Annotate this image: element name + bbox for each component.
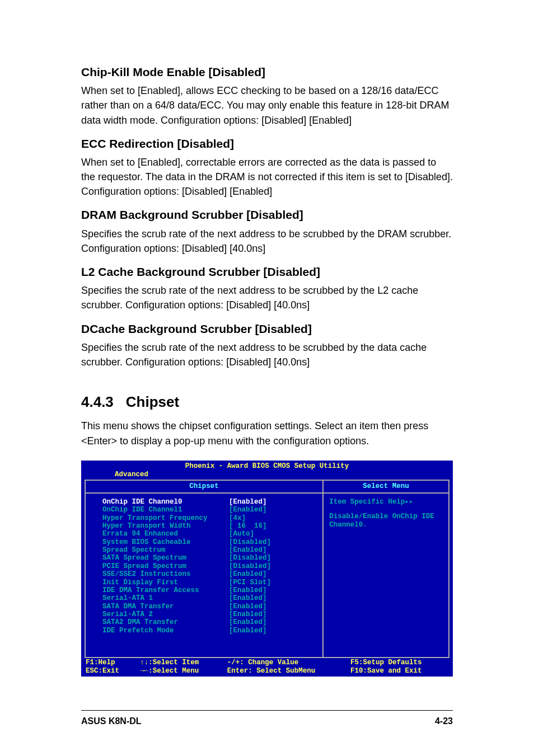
bios-row-value: [Enabled] bbox=[229, 586, 267, 594]
bios-row[interactable]: Serial-ATA 2[Enabled] bbox=[102, 611, 317, 618]
footer-setup-defaults: F5:Setup Defaults bbox=[350, 659, 448, 666]
bios-row-label: SSE/SSE2 Instructions bbox=[102, 570, 229, 578]
section-body: Specifies the scrub rate of the next add… bbox=[81, 227, 453, 256]
bios-row-label: Hyper Transport Width bbox=[102, 522, 229, 530]
bios-row[interactable]: Spread Spectrum[Enabled] bbox=[102, 546, 317, 554]
bios-row[interactable]: IDE DMA Transfer Access[Enabled] bbox=[102, 586, 317, 594]
section-heading: DRAM Background Scrubber [Disabled] bbox=[81, 206, 453, 223]
bios-panel-right: Select Menu Item Specific Help▸▸ Disable… bbox=[324, 480, 448, 657]
bios-rows: OnChip IDE Channel0[Enabled]OnChip IDE C… bbox=[86, 494, 322, 657]
bios-title: Phoenix - Award BIOS CMOS Setup Utility bbox=[81, 461, 453, 471]
bios-row-value: [Disabled] bbox=[229, 562, 271, 570]
bios-row[interactable]: SSE/SSE2 Instructions[Enabled] bbox=[102, 570, 317, 578]
footer-select-menu: →←:Select Menu bbox=[140, 667, 227, 675]
subsection-title: Chipset bbox=[126, 393, 179, 410]
bios-row[interactable]: Hyper Transport Width[ 16 16] bbox=[102, 522, 317, 530]
bios-row-value: [Enabled] bbox=[229, 611, 267, 618]
section-heading: ECC Redirection [Disabled] bbox=[81, 135, 453, 152]
footer-change-value: -/+: Change Value bbox=[227, 659, 350, 666]
bios-left-header: Chipset bbox=[86, 480, 322, 493]
section-body: Specifies the scrub rate of the next add… bbox=[81, 283, 453, 312]
bios-row[interactable]: System BIOS Cacheable[Disabled] bbox=[102, 538, 317, 546]
bios-help: Item Specific Help▸▸ Disable/Enable OnCh… bbox=[324, 494, 448, 533]
bios-row-value: [Enabled] bbox=[229, 546, 267, 554]
section-heading: L2 Cache Background Scrubber [Disabled] bbox=[81, 264, 453, 280]
bios-row-label: SATA DMA Transfer bbox=[102, 603, 229, 611]
bios-row[interactable]: SATA Spread Spectrum[Disabled] bbox=[102, 554, 317, 562]
subsection-number: 4.4.3 bbox=[81, 392, 114, 412]
bios-row-value: [Enabled] bbox=[229, 506, 267, 514]
section-body: When set to [Enabled], allows ECC checki… bbox=[81, 83, 453, 127]
bios-row-value: [Enabled] bbox=[229, 594, 267, 602]
bios-help-title: Item Specific Help▸▸ bbox=[329, 498, 444, 506]
bios-row-value: [Auto] bbox=[229, 530, 254, 538]
bios-footer: F1:Help ↑↓:Select Item -/+: Change Value… bbox=[81, 658, 453, 677]
bios-row[interactable]: Serial-ATA 1[Enabled] bbox=[102, 594, 317, 602]
bios-row-label: Hyper Transport Frequency bbox=[102, 514, 229, 522]
bios-row-value: [ 16 16] bbox=[229, 522, 267, 530]
page-footer: ASUS K8N-DL 4-23 bbox=[81, 710, 453, 727]
bios-row-label: OnChip IDE Channel0 bbox=[102, 498, 229, 506]
bios-row-label: System BIOS Cacheable bbox=[102, 538, 229, 546]
footer-select-item: ↑↓:Select Item bbox=[140, 659, 227, 666]
bios-row[interactable]: SATA2 DMA Transfer[Enabled] bbox=[102, 618, 317, 626]
bios-row[interactable]: SATA DMA Transfer[Enabled] bbox=[102, 603, 317, 611]
bios-help-body: Disable/Enable OnChip IDE Channel0. bbox=[329, 513, 444, 529]
bios-row-label: OnChip IDE Channel1 bbox=[102, 506, 229, 514]
section-heading: Chip-Kill Mode Enable [Disabled] bbox=[81, 64, 453, 80]
bios-row-label: IDE Prefetch Mode bbox=[102, 627, 229, 635]
bios-row-label: Serial-ATA 1 bbox=[102, 594, 229, 602]
bios-row-value: [4x] bbox=[229, 514, 246, 522]
bios-tab-advanced[interactable]: Advanced bbox=[110, 471, 153, 478]
bios-screen: Phoenix - Award BIOS CMOS Setup Utility … bbox=[81, 461, 453, 677]
bios-row-label: Init Display First bbox=[102, 579, 229, 586]
bios-row-value: [Enabled] bbox=[229, 603, 267, 611]
bios-row-value: [PCI Slot] bbox=[229, 579, 271, 586]
bios-row[interactable]: OnChip IDE Channel1[Enabled] bbox=[102, 506, 317, 514]
bios-panel-left: Chipset OnChip IDE Channel0[Enabled]OnCh… bbox=[86, 480, 324, 657]
bios-row-value: [Enabled] bbox=[229, 570, 267, 578]
subsection-intro: This menu shows the chipset configuratio… bbox=[81, 419, 453, 448]
footer-right: 4-23 bbox=[435, 715, 453, 727]
bios-row-value: [Enabled] bbox=[229, 498, 267, 506]
footer-f1: F1:Help bbox=[86, 659, 140, 666]
bios-row-value: [Disabled] bbox=[229, 554, 271, 562]
bios-row-label: SATA2 DMA Transfer bbox=[102, 618, 229, 626]
subsection-heading: 4.4.3Chipset bbox=[81, 392, 453, 412]
bios-row-label: Spread Spectrum bbox=[102, 546, 229, 554]
bios-row-label: PCIE Spread Spectrum bbox=[102, 562, 229, 570]
section-heading: DCache Background Scrubber [Disabled] bbox=[81, 321, 453, 337]
bios-row-value: [Enabled] bbox=[229, 627, 267, 635]
bios-right-header: Select Menu bbox=[324, 480, 448, 493]
bios-row[interactable]: PCIE Spread Spectrum[Disabled] bbox=[102, 562, 317, 570]
bios-row[interactable]: IDE Prefetch Mode[Enabled] bbox=[102, 627, 317, 635]
bios-row[interactable]: OnChip IDE Channel0[Enabled] bbox=[102, 498, 317, 506]
bios-row-value: [Enabled] bbox=[229, 618, 267, 626]
bios-row-label: IDE DMA Transfer Access bbox=[102, 586, 229, 594]
bios-row[interactable]: Init Display First[PCI Slot] bbox=[102, 579, 317, 586]
bios-panel: Chipset OnChip IDE Channel0[Enabled]OnCh… bbox=[85, 480, 449, 658]
bios-tabs: Advanced bbox=[81, 471, 453, 480]
bios-row-value: [Disabled] bbox=[229, 538, 271, 546]
footer-left: ASUS K8N-DL bbox=[81, 715, 142, 727]
section-body: When set to [Enabled], correctable error… bbox=[81, 155, 453, 199]
footer-esc: ESC:Exit bbox=[86, 667, 140, 675]
bios-row-label: SATA Spread Spectrum bbox=[102, 554, 229, 562]
section-body: Specifies the scrub rate of the next add… bbox=[81, 340, 453, 369]
bios-row[interactable]: Hyper Transport Frequency[4x] bbox=[102, 514, 317, 522]
footer-enter: Enter: Select SubMenu bbox=[227, 667, 350, 675]
bios-row-label: Serial-ATA 2 bbox=[102, 611, 229, 618]
bios-row-label: Errata 94 Enhanced bbox=[102, 530, 229, 538]
footer-save: F10:Save and Exit bbox=[350, 667, 448, 675]
bios-row[interactable]: Errata 94 Enhanced[Auto] bbox=[102, 530, 317, 538]
